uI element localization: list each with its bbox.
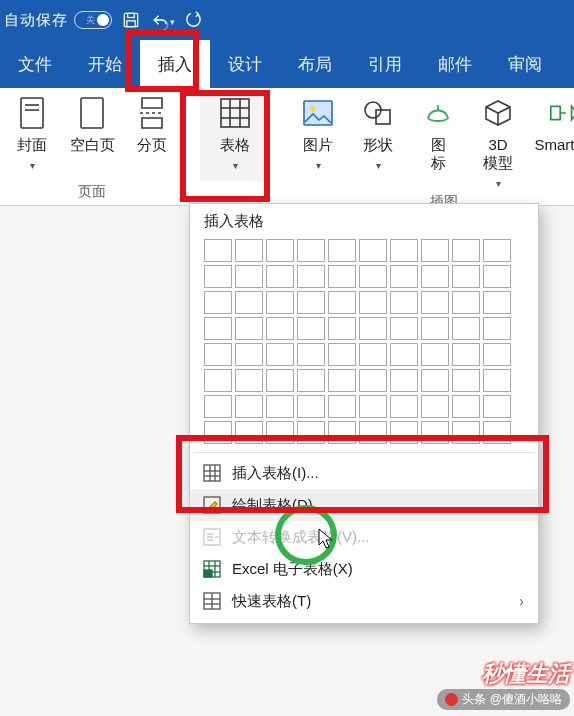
- tab-references[interactable]: 引用: [350, 40, 420, 88]
- grid-cell[interactable]: [297, 395, 325, 418]
- grid-cell[interactable]: [266, 291, 294, 314]
- table-size-grid[interactable]: [190, 239, 538, 448]
- grid-cell[interactable]: [421, 421, 449, 444]
- smartart-button[interactable]: SmartArt: [530, 94, 574, 189]
- grid-cell[interactable]: [359, 395, 387, 418]
- grid-cell[interactable]: [390, 317, 418, 340]
- grid-cell[interactable]: [204, 421, 232, 444]
- grid-cell[interactable]: [235, 291, 263, 314]
- grid-cell[interactable]: [266, 395, 294, 418]
- menu-insert-table[interactable]: 插入表格(I)...: [190, 457, 538, 489]
- grid-cell[interactable]: [328, 265, 356, 288]
- grid-cell[interactable]: [483, 317, 511, 340]
- grid-cell[interactable]: [359, 291, 387, 314]
- icons-button[interactable]: 图 标: [410, 94, 466, 189]
- grid-cell[interactable]: [390, 421, 418, 444]
- grid-cell[interactable]: [421, 239, 449, 262]
- tab-insert[interactable]: 插入: [140, 40, 210, 88]
- grid-cell[interactable]: [235, 317, 263, 340]
- grid-cell[interactable]: [266, 239, 294, 262]
- grid-cell[interactable]: [483, 291, 511, 314]
- autosave-toggle[interactable]: 关: [74, 11, 112, 29]
- grid-cell[interactable]: [204, 395, 232, 418]
- grid-cell[interactable]: [266, 317, 294, 340]
- grid-cell[interactable]: [328, 343, 356, 366]
- grid-cell[interactable]: [297, 421, 325, 444]
- tab-home[interactable]: 开始: [70, 40, 140, 88]
- menu-excel-spreadsheet[interactable]: Excel 电子表格(X): [190, 553, 538, 585]
- tab-mailings[interactable]: 邮件: [420, 40, 490, 88]
- grid-cell[interactable]: [204, 343, 232, 366]
- grid-cell[interactable]: [297, 291, 325, 314]
- grid-cell[interactable]: [390, 369, 418, 392]
- grid-cell[interactable]: [359, 369, 387, 392]
- grid-cell[interactable]: [483, 369, 511, 392]
- grid-cell[interactable]: [483, 421, 511, 444]
- model3d-button[interactable]: 3D 模型: [470, 94, 526, 189]
- grid-cell[interactable]: [390, 265, 418, 288]
- grid-cell[interactable]: [328, 291, 356, 314]
- grid-cell[interactable]: [266, 343, 294, 366]
- grid-cell[interactable]: [483, 395, 511, 418]
- grid-cell[interactable]: [235, 343, 263, 366]
- grid-cell[interactable]: [359, 343, 387, 366]
- grid-cell[interactable]: [359, 421, 387, 444]
- grid-cell[interactable]: [421, 317, 449, 340]
- table-button[interactable]: 表格: [200, 94, 270, 181]
- tab-file[interactable]: 文件: [0, 40, 70, 88]
- grid-cell[interactable]: [235, 369, 263, 392]
- grid-cell[interactable]: [390, 239, 418, 262]
- grid-cell[interactable]: [421, 291, 449, 314]
- grid-cell[interactable]: [204, 291, 232, 314]
- grid-cell[interactable]: [421, 395, 449, 418]
- undo-icon[interactable]: [150, 7, 176, 33]
- grid-cell[interactable]: [390, 291, 418, 314]
- grid-cell[interactable]: [204, 239, 232, 262]
- grid-cell[interactable]: [297, 317, 325, 340]
- grid-cell[interactable]: [452, 239, 480, 262]
- grid-cell[interactable]: [266, 369, 294, 392]
- grid-cell[interactable]: [235, 265, 263, 288]
- redo-icon[interactable]: [182, 7, 208, 33]
- menu-draw-table[interactable]: 绘制表格(D): [190, 489, 538, 521]
- blank-page-button[interactable]: 空白页: [64, 94, 120, 179]
- grid-cell[interactable]: [483, 239, 511, 262]
- grid-cell[interactable]: [297, 369, 325, 392]
- grid-cell[interactable]: [359, 239, 387, 262]
- grid-cell[interactable]: [328, 239, 356, 262]
- grid-cell[interactable]: [328, 395, 356, 418]
- picture-button[interactable]: 图片: [290, 94, 346, 189]
- grid-cell[interactable]: [328, 317, 356, 340]
- cover-page-button[interactable]: 封面: [4, 94, 60, 179]
- grid-cell[interactable]: [421, 343, 449, 366]
- grid-cell[interactable]: [266, 265, 294, 288]
- shapes-button[interactable]: 形状: [350, 94, 406, 189]
- page-break-button[interactable]: 分页: [124, 94, 180, 179]
- grid-cell[interactable]: [421, 265, 449, 288]
- grid-cell[interactable]: [204, 369, 232, 392]
- grid-cell[interactable]: [204, 317, 232, 340]
- grid-cell[interactable]: [235, 421, 263, 444]
- grid-cell[interactable]: [452, 317, 480, 340]
- grid-cell[interactable]: [328, 421, 356, 444]
- grid-cell[interactable]: [359, 317, 387, 340]
- grid-cell[interactable]: [235, 395, 263, 418]
- tab-layout[interactable]: 布局: [280, 40, 350, 88]
- grid-cell[interactable]: [483, 343, 511, 366]
- grid-cell[interactable]: [297, 265, 325, 288]
- grid-cell[interactable]: [266, 421, 294, 444]
- grid-cell[interactable]: [452, 421, 480, 444]
- menu-quick-tables[interactable]: 快速表格(T) ›: [190, 585, 538, 617]
- grid-cell[interactable]: [297, 343, 325, 366]
- grid-cell[interactable]: [328, 369, 356, 392]
- grid-cell[interactable]: [297, 239, 325, 262]
- grid-cell[interactable]: [390, 343, 418, 366]
- grid-cell[interactable]: [452, 343, 480, 366]
- grid-cell[interactable]: [452, 291, 480, 314]
- tab-review[interactable]: 审阅: [490, 40, 560, 88]
- grid-cell[interactable]: [421, 369, 449, 392]
- grid-cell[interactable]: [359, 265, 387, 288]
- grid-cell[interactable]: [235, 239, 263, 262]
- grid-cell[interactable]: [204, 265, 232, 288]
- grid-cell[interactable]: [452, 369, 480, 392]
